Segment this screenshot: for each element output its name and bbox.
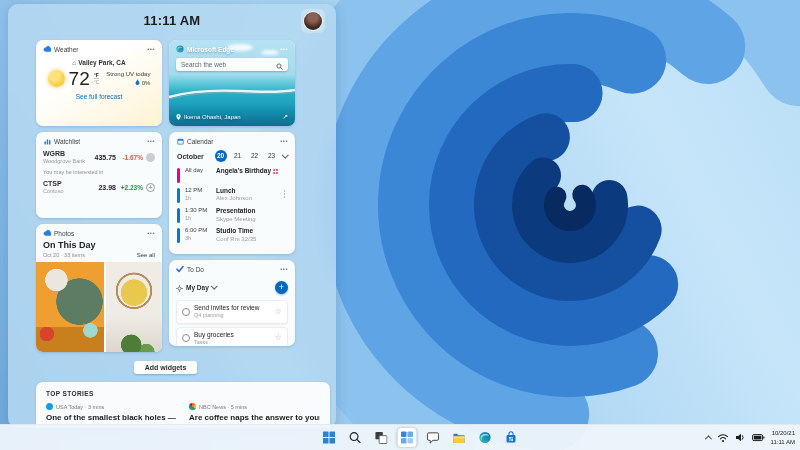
taskbar-icons [320, 425, 521, 450]
widgets-panel: 11:11 AM Weather Valle [8, 4, 336, 428]
star-icon[interactable] [275, 308, 282, 316]
search-input[interactable] [181, 61, 276, 68]
edge-browser-icon[interactable] [476, 428, 495, 447]
star-icon[interactable] [275, 334, 282, 342]
more-options-icon[interactable] [147, 139, 155, 143]
drag-handle-icon[interactable] [284, 190, 286, 192]
top-stories-card: TOP STORIES USA Today · 3 mins One of th… [36, 382, 330, 428]
story-item[interactable]: USA Today · 3 mins One of the smallest b… [46, 403, 177, 422]
more-options-icon[interactable] [147, 47, 155, 51]
weather-location: Valley Park, CA [78, 59, 125, 66]
stock-symbol: CTSP [43, 180, 85, 188]
task-view-icon[interactable] [372, 428, 391, 447]
stock-sparkline-icon[interactable] [146, 153, 155, 162]
photos-cloud-icon [43, 229, 51, 237]
weather-temperature: 72 [69, 69, 90, 88]
event-time: 12 PM [185, 187, 211, 195]
calendar-date-23[interactable]: 23 [266, 150, 278, 162]
desktop: 11:11 AM Weather Valle [0, 0, 800, 450]
calendar-widget[interactable]: Calendar October 20 21 22 23 [169, 132, 295, 254]
event-title: Lunch [216, 187, 236, 195]
watchlist-widget[interactable]: Watchlist WGRB Woodgrove Bank 435.75 -1.… [36, 132, 162, 218]
wifi-icon[interactable] [717, 432, 729, 443]
calendar-event[interactable]: 12 PM1h Lunch Alex Johnson [177, 187, 287, 203]
story-source: NBC News · 5 mins [199, 404, 247, 410]
task-title: Buy groceries [194, 331, 234, 339]
start-button[interactable] [320, 428, 339, 447]
see-all-link[interactable]: See all [137, 252, 155, 258]
see-full-forecast-link[interactable]: See full forecast [36, 93, 162, 100]
avatar [304, 12, 322, 30]
add-to-watchlist-icon[interactable] [146, 183, 155, 192]
calendar-date-22[interactable]: 22 [249, 150, 261, 162]
event-time: 1:30 PM [185, 207, 211, 215]
my-day-icon [176, 278, 183, 296]
chat-icon[interactable] [424, 428, 443, 447]
calendar-date-21[interactable]: 21 [232, 150, 244, 162]
calendar-event[interactable]: All day Angela's Birthday [177, 167, 287, 183]
event-title: Angela's Birthday [216, 167, 271, 175]
event-duration: 1h [185, 195, 211, 202]
open-link-icon[interactable] [282, 113, 288, 121]
photo-strip [36, 262, 162, 352]
photo-thumbnail[interactable] [36, 262, 104, 352]
more-options-icon[interactable] [147, 231, 155, 235]
search-icon[interactable] [346, 428, 365, 447]
add-widgets-button[interactable]: Add widgets [134, 361, 198, 374]
profile-button[interactable] [301, 9, 325, 33]
story-headline[interactable]: Are coffee naps the answer to your [189, 413, 320, 422]
volume-icon[interactable] [735, 432, 746, 443]
stock-row[interactable]: CTSP Contoso 23.98 +2.23% [36, 175, 162, 195]
photos-widget[interactable]: Photos On This Day Oct 20 · 33 items See… [36, 224, 162, 352]
story-headline[interactable]: One of the smallest black holes — and [46, 413, 177, 422]
unit-celsius[interactable]: °C [94, 79, 100, 85]
event-duration: 3h [185, 235, 211, 242]
calendar-event[interactable]: 1:30 PM1h Presentation Skype Meeting [177, 207, 287, 223]
event-subtitle: Skype Meeting [216, 216, 256, 224]
edge-widget[interactable]: Microsoft Edge Ikema Ohashi, Japan [169, 40, 295, 126]
calendar-month: October [177, 153, 204, 160]
todo-task[interactable]: Buy groceries Tasks [176, 327, 288, 346]
todo-icon [176, 265, 184, 273]
file-explorer-icon[interactable] [450, 428, 469, 447]
chevron-down-icon[interactable] [211, 282, 217, 288]
todo-widget[interactable]: To Do My Day Send invite [169, 260, 295, 346]
gift-icon [273, 169, 278, 174]
battery-icon[interactable] [752, 432, 765, 443]
more-options-icon[interactable] [280, 139, 288, 143]
more-options-icon[interactable] [280, 47, 288, 51]
todo-title: To Do [187, 266, 204, 273]
todo-task[interactable]: Send invites for review Q4 planning [176, 300, 288, 324]
calendar-date-20[interactable]: 20 [215, 150, 227, 162]
precipitation-value: 0% [142, 80, 151, 86]
chevron-down-icon[interactable] [282, 151, 288, 157]
photo-caption: Ikema Ohashi, Japan [184, 114, 241, 120]
todo-list-label[interactable]: My Day [186, 284, 209, 291]
unit-fahrenheit[interactable]: °F [94, 72, 100, 79]
calendar-icon [176, 137, 184, 145]
event-color-bar [177, 188, 180, 203]
precipitation-icon [135, 79, 140, 86]
hidden-icons-chevron[interactable] [704, 435, 711, 442]
calendar-event[interactable]: 6:00 PM3h Studio Time Conf Rm 32/35 [177, 227, 287, 243]
weather-widget[interactable]: Weather Valley Park, CA 72 °F °C [36, 40, 162, 126]
widgets-button[interactable] [398, 428, 417, 447]
story-item[interactable]: NBC News · 5 mins Are coffee naps the an… [189, 403, 320, 422]
stock-change: -1.67% [119, 154, 143, 161]
add-task-button[interactable] [275, 281, 288, 294]
photo-thumbnail[interactable] [106, 262, 162, 352]
more-options-icon[interactable] [280, 267, 288, 271]
tray-clock[interactable]: 10/20/21 11:11 AM [771, 429, 795, 445]
task-checkbox[interactable] [182, 334, 190, 342]
nbc-news-logo [189, 403, 196, 410]
microsoft-store-icon[interactable] [502, 428, 521, 447]
weather-condition: Strong UV today [106, 71, 150, 77]
task-checkbox[interactable] [182, 308, 190, 316]
search-box[interactable] [176, 58, 288, 71]
watchlist-icon [43, 137, 51, 145]
event-color-bar [177, 168, 180, 183]
map-pin-icon [176, 114, 181, 121]
event-color-bar [177, 208, 180, 223]
unit-toggle[interactable]: °F °C [94, 72, 100, 86]
stock-row[interactable]: WGRB Woodgrove Bank 435.75 -1.67% [36, 145, 162, 165]
